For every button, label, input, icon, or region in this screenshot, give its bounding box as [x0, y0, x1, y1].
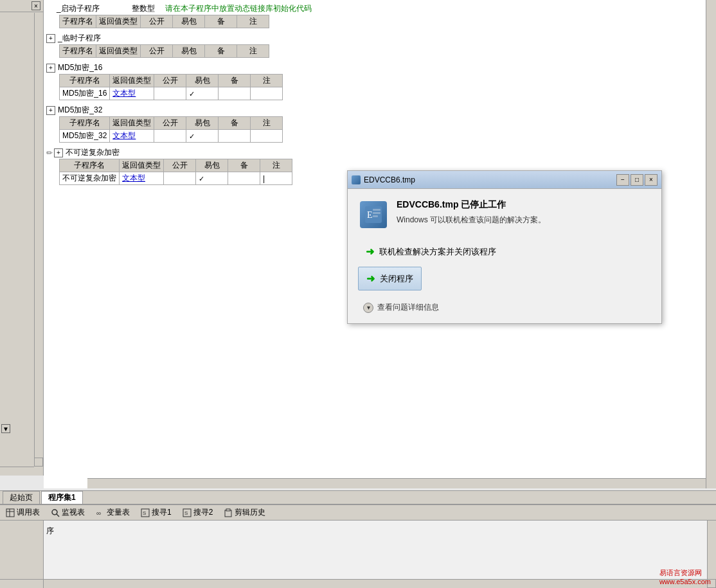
col-header-easy: 易包 — [173, 45, 205, 58]
cell-bak — [228, 172, 260, 185]
col-header-note: 注 — [260, 159, 292, 172]
section-irreversible-row: ✏ + 不可逆复杂加密 — [44, 147, 716, 159]
section-md5-16-row: + MD5加密_16 — [44, 62, 716, 74]
dialog-body: E EDVCCB6.tmp 已停止工作 Windows 可以联机检查该问题的解决… — [348, 189, 661, 323]
panel-down-arrow[interactable]: ▼ — [1, 424, 10, 433]
toolbar-variable[interactable]: ∞ 变量表 — [93, 506, 132, 519]
col-header-returntype: 返回值类型 — [96, 15, 141, 28]
cell-note — [251, 87, 283, 100]
section-irreversible-expand[interactable]: + — [54, 148, 63, 157]
toolbar-find2-label: 搜寻2 — [193, 507, 213, 518]
col-header-name: 子程序名 — [60, 117, 110, 130]
col-header-bak: 备 — [205, 45, 237, 58]
left-panel: × ▼ — [0, 0, 44, 476]
section-temp-expand[interactable]: + — [46, 34, 55, 43]
toolbar-monitor[interactable]: 监视表 — [48, 506, 87, 519]
toolbar-call-table-label: 调用表 — [17, 507, 40, 518]
cell-bak — [219, 130, 251, 143]
cell-bak — [219, 87, 251, 100]
arrow-icon-1: ➜ — [366, 245, 374, 258]
main-scrollbar-h[interactable] — [87, 478, 706, 488]
cell-name: 不可逆复杂加密 — [60, 172, 120, 185]
check-solution-btn[interactable]: ➜ 联机检查解决方案并关闭该程序 — [358, 240, 504, 263]
bottom-left-scrollbar[interactable] — [0, 579, 43, 588]
toolbar-find1[interactable]: S 搜寻1 — [138, 506, 174, 519]
dialog-minimize-btn[interactable]: − — [616, 174, 629, 186]
panel-scrollbar-h[interactable] — [0, 467, 34, 476]
svg-rect-16 — [373, 215, 378, 217]
col-header-public: 公开 — [141, 15, 173, 28]
dialog-win-btns: − □ × — [616, 174, 658, 186]
section-md5-16: + MD5加密_16 子程序名 返回值类型 公开 易包 备 注 MD5加密_16… — [44, 62, 716, 100]
dialog-title-icon — [352, 175, 361, 184]
col-header-name: 子程序名 — [60, 159, 120, 172]
section-startup-label: _启动子程序 — [57, 3, 100, 14]
col-header-bak: 备 — [205, 15, 237, 28]
cell-public — [154, 87, 186, 100]
arrow-icon-2: ➜ — [366, 272, 375, 285]
tab-start-page[interactable]: 起始页 — [3, 491, 40, 504]
dialog-title-text: EDVCCB6.tmp — [364, 175, 616, 184]
toolbar-find2[interactable]: S 搜寻2 — [179, 506, 216, 519]
cell-easy: ✓ — [196, 172, 228, 185]
bottom-right-scrollh[interactable] — [44, 579, 707, 588]
toolbar-call-table[interactable]: 调用表 — [3, 506, 42, 519]
section-temp: + _临时子程序 子程序名 返回值类型 公开 易包 备 注 — [44, 32, 716, 58]
irreversible-table: 子程序名 返回值类型 公开 易包 备 注 不可逆复杂加密 文本型 ✓ | — [59, 159, 292, 185]
left-panel-top: × — [0, 0, 43, 12]
col-header-easy: 易包 — [186, 117, 219, 130]
dialog-maximize-btn[interactable]: □ — [631, 174, 643, 186]
section-temp-label: _临时子程序 — [58, 33, 101, 44]
dialog-close-btn[interactable]: × — [645, 174, 658, 186]
col-header-name: 子程序名 — [60, 15, 96, 28]
section-md5-32-row: + MD5加密_32 — [44, 104, 716, 116]
toolbar-clipboard-label: 剪辑历史 — [235, 507, 265, 518]
cell-public — [164, 172, 196, 185]
section-startup: _启动子程序 整数型 请在本子程序中放置动态链接库初始化代码 子程序名 返回值类… — [44, 3, 716, 28]
section-md5-32-expand[interactable]: + — [46, 106, 55, 115]
dialog-top-row: E EDVCCB6.tmp 已停止工作 Windows 可以联机检查该问题的解决… — [358, 199, 651, 230]
dialog-details[interactable]: ▾ 查看问题详细信息 — [358, 299, 651, 316]
table-icon — [5, 508, 15, 518]
cell-returntype[interactable]: 文本型 — [110, 87, 154, 100]
table-row: 不可逆复杂加密 文本型 ✓ | — [60, 172, 292, 185]
col-header-easy: 易包 — [186, 75, 219, 87]
section-md5-32: + MD5加密_32 子程序名 返回值类型 公开 易包 备 注 MD5加密_32… — [44, 104, 716, 143]
search-icon — [50, 508, 60, 518]
cell-returntype[interactable]: 文本型 — [110, 130, 154, 143]
svg-rect-11 — [226, 509, 230, 511]
table-header-row: 子程序名 返回值类型 公开 易包 备 注 — [60, 75, 283, 87]
pencil-icon: ✏ — [46, 148, 53, 157]
col-header-note: 注 — [237, 15, 269, 28]
svg-rect-0 — [6, 509, 14, 517]
section-md5-16-expand[interactable]: + — [46, 64, 55, 73]
btn2-label: 关闭程序 — [380, 273, 413, 285]
panel-close-btn[interactable]: × — [31, 1, 40, 10]
col-header-note: 注 — [251, 117, 283, 130]
details-label: 查看问题详细信息 — [377, 302, 439, 313]
cell-note — [251, 130, 283, 143]
md5-16-table: 子程序名 返回值类型 公开 易包 备 注 MD5加密_16 文本型 ✓ — [59, 74, 283, 100]
section-startup-row: _启动子程序 整数型 请在本子程序中放置动态链接库初始化代码 — [44, 3, 716, 15]
watermark-line2: www.e5a5x.com — [659, 578, 711, 585]
btn1-label: 联机检查解决方案并关闭该程序 — [379, 246, 496, 258]
toolbar-clipboard[interactable]: 剪辑历史 — [220, 506, 268, 519]
section-md5-16-label: MD5加密_16 — [58, 62, 102, 73]
bottom-toolbar: 调用表 监视表 ∞ 变量表 S 搜寻1 — [0, 504, 716, 521]
table-header-row: 子程序名 返回值类型 公开 易包 备 注 — [60, 117, 283, 130]
cell-name: MD5加密_16 — [60, 87, 110, 100]
close-program-btn[interactable]: ➜ 关闭程序 — [358, 267, 422, 290]
bottom-left-panel — [0, 521, 44, 588]
panel-scrollbar-v[interactable] — [34, 13, 43, 463]
tab-program-set[interactable]: 程序集1 — [41, 491, 83, 504]
col-header-returntype: 返回值类型 — [110, 117, 154, 130]
table-area: _启动子程序 整数型 请在本子程序中放置动态链接库初始化代码 子程序名 返回值类… — [44, 0, 716, 192]
col-header-name: 子程序名 — [60, 45, 96, 58]
col-header-name: 子程序名 — [60, 75, 110, 87]
cell-returntype[interactable]: 文本型 — [120, 172, 164, 185]
col-header-bak: 备 — [228, 159, 260, 172]
table-row: MD5加密_16 文本型 ✓ — [60, 87, 283, 100]
tab-bar: 起始页 程序集1 — [0, 490, 716, 504]
svg-text:E: E — [367, 210, 373, 220]
expand-icon: ▾ — [367, 304, 370, 311]
